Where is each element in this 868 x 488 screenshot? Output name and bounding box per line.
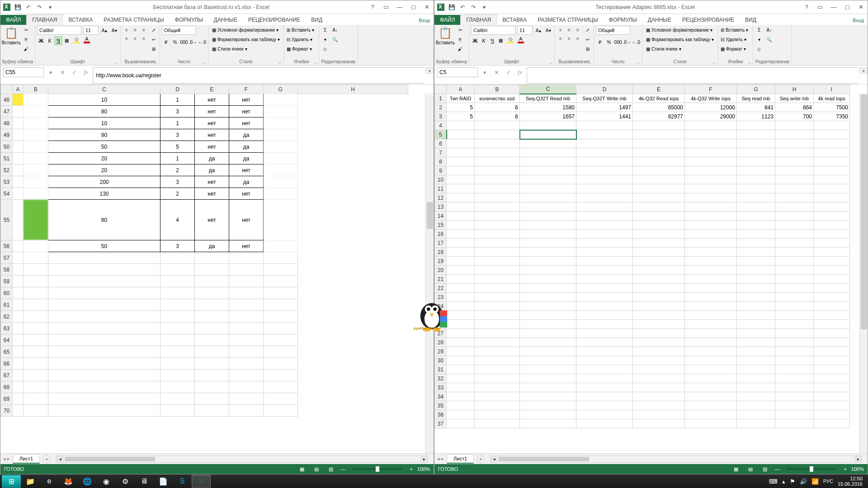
tray-network-icon[interactable]: 📶 [811,478,819,485]
fx-icon[interactable]: fx [515,67,525,77]
table-row[interactable]: 49xxxxxxxxx903нетдаxxxxxxxxx [1,129,408,141]
table-row[interactable]: 10 [435,175,850,184]
table-row[interactable]: 16 [435,230,850,239]
ribbon-options-icon[interactable]: ▭ [813,2,827,12]
tab-data[interactable]: ДАННЫЕ [208,15,243,25]
minimize-icon[interactable]: — [393,2,406,12]
underline-button[interactable]: Ч [488,36,496,45]
close-icon[interactable]: ✕ [420,2,434,12]
maximize-icon[interactable]: ◻ [406,2,420,12]
table-row[interactable]: 1Тип RAIDколичество ssdSeq-Q32T Read mbS… [435,94,850,103]
tab-insert[interactable]: ВСТАВКА [63,15,98,25]
tab-review[interactable]: РЕЦЕНЗИРОВАНИЕ [677,15,740,25]
table-row[interactable]: 15 [435,221,850,230]
underline-button[interactable]: Ч [54,36,62,45]
table-row[interactable]: 4 [435,121,850,130]
conditional-formatting-button[interactable]: ▦ Условное форматирование ▾ [210,26,282,34]
orientation-icon[interactable]: ⤢ [584,26,592,34]
table-row[interactable]: 32 [435,374,850,383]
orientation-icon[interactable]: ⤢ [150,26,158,34]
add-sheet-button[interactable]: + [476,455,485,463]
undo-icon[interactable]: ↶ [459,4,466,11]
sheet-tab[interactable]: Лист1 [13,454,40,464]
help-icon[interactable]: ? [366,2,379,12]
border-button[interactable]: ▦ [63,36,71,44]
vertical-scrollbar[interactable] [425,94,434,453]
taskbar-ie-icon[interactable]: e [40,475,59,488]
horizontal-scrollbar[interactable]: ◂▸ [490,455,862,463]
save-icon[interactable]: 💾 [448,4,455,11]
table-row[interactable]: 30 [435,356,850,365]
table-row[interactable]: 22 [435,284,850,293]
decrease-decimal-icon[interactable]: ←.0 [198,38,206,46]
maximize-icon[interactable]: ◻ [840,2,854,12]
table-row[interactable]: 6 [435,139,850,148]
enter-icon[interactable]: ✓ [69,67,79,77]
tab-review[interactable]: РЕЦЕНЗИРОВАНИЕ [243,15,306,25]
cancel-icon[interactable]: ✕ [57,67,67,77]
table-row[interactable]: 27 [435,329,850,338]
fill-color-button[interactable]: ◇ [505,36,515,45]
table-row[interactable]: 11 [435,184,850,193]
tab-insert[interactable]: ВСТАВКА [497,15,532,25]
qat-more-icon[interactable]: ▾ [47,4,54,11]
font-select[interactable] [37,26,81,35]
tab-formulas[interactable]: ФОРМУЛЫ [604,15,642,25]
merge-icon[interactable]: ⊞ [584,45,592,53]
formula-input[interactable] [93,67,424,84]
paste-button[interactable]: 📋Вставить [2,26,20,54]
table-row[interactable]: 56xxxxxxxxx503данетxxxxxxxxx [1,240,408,252]
fill-color-button[interactable]: ◇ [71,36,81,45]
copy-icon[interactable]: ⎘ [22,35,30,43]
ribbon-options-icon[interactable]: ▭ [379,2,393,12]
tab-file[interactable]: ФАЙЛ [434,15,460,25]
delete-cells-button[interactable]: ⊟ Удалить ▾ [720,35,751,43]
table-row[interactable]: 35616571441829772900011237007350 [435,112,850,121]
format-painter-icon[interactable]: 🖌 [22,45,30,53]
format-as-table-button[interactable]: ▦ Форматировать как таблицу ▾ [210,35,282,43]
view-normal-icon[interactable]: ▦ [731,465,741,473]
fx-icon[interactable]: fx [81,67,91,77]
tab-file[interactable]: ФАЙЛ [0,15,26,25]
tray-flag-icon[interactable]: ⚑ [790,478,795,485]
font-color-button[interactable]: A [516,36,526,45]
copy-icon[interactable]: ⎘ [456,35,464,43]
view-normal-icon[interactable]: ▦ [297,465,307,473]
undo-icon[interactable]: ↶ [25,4,32,11]
redo-icon[interactable]: ↷ [470,4,477,11]
font-size-select[interactable] [517,26,533,35]
tab-data[interactable]: ДАННЫЕ [642,15,677,25]
redo-icon[interactable]: ↷ [36,4,43,11]
bold-button[interactable]: Ж [37,36,45,45]
tray-keyboard-icon[interactable]: ⌨ [769,478,778,485]
table-row[interactable]: 2561580149765000120008418647500 [435,103,850,112]
tab-home[interactable]: ГЛАВНАЯ [460,14,497,25]
format-cells-button[interactable]: ▦ Формат ▾ [286,45,317,53]
view-page-break-icon[interactable]: ▨ [326,465,336,473]
table-row[interactable]: 9 [435,166,850,175]
table-row[interactable]: 21 [435,275,850,284]
comma-icon[interactable]: 000 [180,38,188,46]
wrap-text-icon[interactable]: ↩ [584,35,592,43]
increase-font-icon[interactable]: A▴ [534,26,542,34]
italic-button[interactable]: К [46,36,54,45]
table-row[interactable]: 47xxxxxxxxx803нетнетxxxxxxxxx [1,106,408,117]
close-icon[interactable]: ✕ [854,2,868,12]
minimize-icon[interactable]: — [827,2,840,12]
table-row[interactable]: 25 [435,311,850,320]
decrease-font-icon[interactable]: A▾ [110,26,118,34]
zoom-level[interactable]: 100% [417,466,430,472]
table-row[interactable]: 29 [435,347,850,356]
sort-filter-icon[interactable]: A↓ [765,26,773,34]
vertical-scrollbar[interactable] [859,94,868,453]
clear-icon[interactable]: ◇ [321,45,329,53]
table-row[interactable]: 24 [435,302,850,311]
worksheet-grid[interactable]: ABCDEFGH46xxxxxxxxx101нетнетxxxxxxxxx47x… [0,84,434,453]
table-row[interactable]: 54xxxxxxxxx1302нетнетxxxxxxxxx [1,188,408,200]
tray-language[interactable]: РУС [823,479,833,484]
find-icon[interactable]: 🔍 [331,35,339,43]
align-bottom-icon[interactable]: ≡ [140,26,148,34]
conditional-formatting-button[interactable]: ▦ Условное форматирование ▾ [644,26,716,34]
insert-cells-button[interactable]: ⊞ Вставить ▾ [720,26,751,34]
formula-input[interactable] [527,67,858,84]
